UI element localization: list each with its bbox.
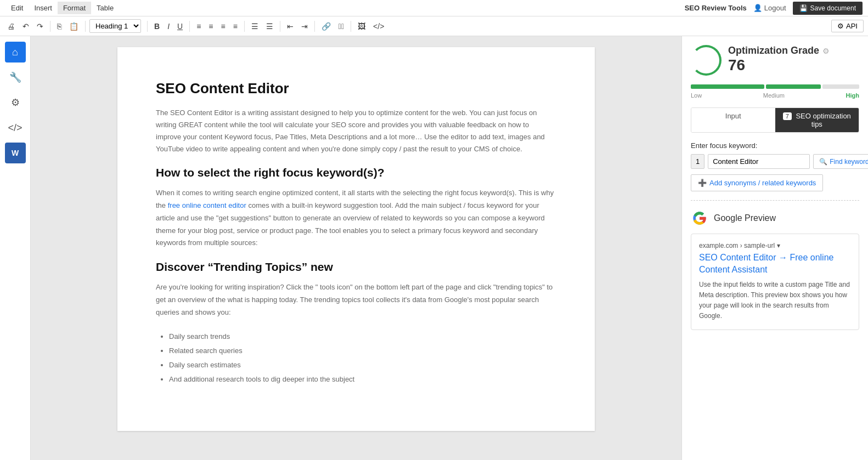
image-button[interactable]: 🖼 [355,20,368,32]
keyword-input[interactable] [708,154,810,169]
indent-increase-button[interactable]: ⇥ [298,20,311,32]
code-button[interactable]: </> [370,20,387,32]
redo-button[interactable]: ↷ [34,20,46,32]
doc-list: Daily search trends Related search queri… [169,330,556,387]
divider-8 [351,21,351,32]
google-preview-header: Google Preview [691,209,859,227]
print-button[interactable]: 🖨 [4,20,18,32]
add-synonyms-label: Add synonyms / related keywords [709,179,816,187]
search-icon: 🔍 [819,158,827,166]
grade-circle [691,45,722,76]
align-justify-button[interactable]: ≡ [230,20,240,32]
progress-low-segment [691,84,764,89]
right-panel: Optimization Grade ⚙ 76 Low Medium High … [681,36,868,460]
preview-description: Use the input fields to write a custom p… [699,280,851,322]
google-logo [691,209,708,227]
divider-1 [50,21,50,32]
tab-input[interactable]: Input [691,108,775,132]
list-item: Daily search estimates [169,358,556,372]
divider-4 [189,21,190,32]
grade-section: Optimization Grade ⚙ 76 [691,45,859,76]
logout-label: Logout [764,4,786,12]
api-label: API [846,22,858,30]
copy-button[interactable]: ⎘ [54,20,64,32]
save-icon: 💾 [799,4,808,12]
doc-link-free-editor[interactable]: free online content editor [168,201,246,209]
top-right-actions: SEO Review Tools 👤 Logout 💾 Save documen… [685,2,863,15]
italic-button[interactable]: I [165,20,172,32]
grade-number: 76 [728,56,830,74]
logout-icon: 👤 [753,4,762,12]
divider-6 [280,21,280,32]
align-left-button[interactable]: ≡ [194,20,204,32]
grade-title: Optimization Grade [728,45,819,56]
find-keywords-button[interactable]: 🔍 Find keywords [813,154,868,169]
save-document-button[interactable]: 💾 Save document [793,2,863,15]
preview-link[interactable]: SEO Content Editor → Free online Content… [699,252,851,276]
menu-edit[interactable]: Edit [5,2,29,14]
tab-tips-label: SEO optimization tips [796,112,850,128]
save-label: Save document [810,4,856,12]
plus-icon: ➕ [698,179,707,187]
doc-title: SEO Content Editor [156,80,556,97]
preview-url: example.com › sample-url ▾ [699,242,851,249]
keyword-row: 1 🔍 Find keywords [691,154,859,169]
undo-button[interactable]: ↶ [20,20,32,32]
seo-review-tools-label: SEO Review Tools [685,4,747,12]
align-right-button[interactable]: ≡ [218,20,228,32]
underline-button[interactable]: U [174,20,185,32]
grade-info: Optimization Grade ⚙ 76 [728,45,830,74]
sidebar-home-icon[interactable]: ⌂ [5,42,26,63]
find-keywords-label: Find keywords [830,158,868,166]
keyword-label: Enter focus keyword: [691,141,859,150]
progress-labels: Low Medium High [691,92,859,99]
list-item: Related search queries [169,344,556,358]
divider-7 [314,21,315,32]
logout-button[interactable]: 👤 Logout [753,4,786,12]
editor-document[interactable]: SEO Content Editor The SEO Content Edito… [117,47,595,431]
paste-button[interactable]: 📋 [66,20,81,32]
panel-divider [691,200,859,201]
progress-medium-segment [766,84,821,89]
menu-format[interactable]: Format [58,2,91,14]
link-button[interactable]: 🔗 [319,20,334,32]
bold-button[interactable]: B [151,20,162,32]
menu-bar: Edit Insert Format Table SEO Review Tool… [0,0,868,16]
sidebar-code-icon[interactable]: </> [5,117,26,138]
info-icon[interactable]: ⚙ [822,47,830,55]
add-synonyms-button[interactable]: ➕ Add synonyms / related keywords [691,174,823,191]
left-sidebar: ⌂ 🔧 ⚙ </> W [0,36,31,460]
bullet-list-button[interactable]: ☰ [249,20,261,32]
unlink-button[interactable]: 🔗⃠ [336,20,347,32]
list-item: And additional research tools to dig dee… [169,372,556,387]
tab-seo-tips[interactable]: 7 SEO optimization tips [775,108,859,132]
doc-h2-1: How to select the right focus keyword(s)… [156,166,556,179]
gear-icon: ⚙ [837,22,844,30]
tabs-row: Input 7 SEO optimization tips [691,107,859,133]
indent-decrease-button[interactable]: ⇤ [284,20,296,32]
sidebar-settings-icon[interactable]: ⚙ [5,92,26,113]
keyword-number: 1 [691,154,704,169]
google-preview-title: Google Preview [714,213,776,223]
menu-insert[interactable]: Insert [29,2,58,14]
sidebar-word-icon[interactable]: W [5,143,26,163]
api-button[interactable]: ⚙ API [831,20,864,32]
progress-bar-container [691,84,859,89]
google-preview-box: example.com › sample-url ▾ SEO Content E… [691,234,859,330]
tab-badge: 7 [783,112,792,120]
progress-section: Low Medium High [691,84,859,99]
heading-select[interactable]: Heading 1 [89,19,141,33]
doc-intro: The SEO Content Editor is a writing assi… [156,107,556,155]
sidebar-tools-icon[interactable]: 🔧 [5,67,26,88]
editor-area[interactable]: SEO Content Editor The SEO Content Edito… [31,36,681,460]
divider-5 [244,21,245,32]
main-layout: ⌂ 🔧 ⚙ </> W SEO Content Editor The SEO C… [0,36,868,460]
menu-table[interactable]: Table [91,2,119,14]
progress-high-label: High [846,92,859,99]
divider-3 [147,21,148,32]
dropdown-icon: ▾ [777,242,780,249]
divider-2 [85,21,86,32]
align-center-button[interactable]: ≡ [206,20,216,32]
ordered-list-button[interactable]: ☰ [263,20,276,32]
list-item: Daily search trends [169,330,556,344]
